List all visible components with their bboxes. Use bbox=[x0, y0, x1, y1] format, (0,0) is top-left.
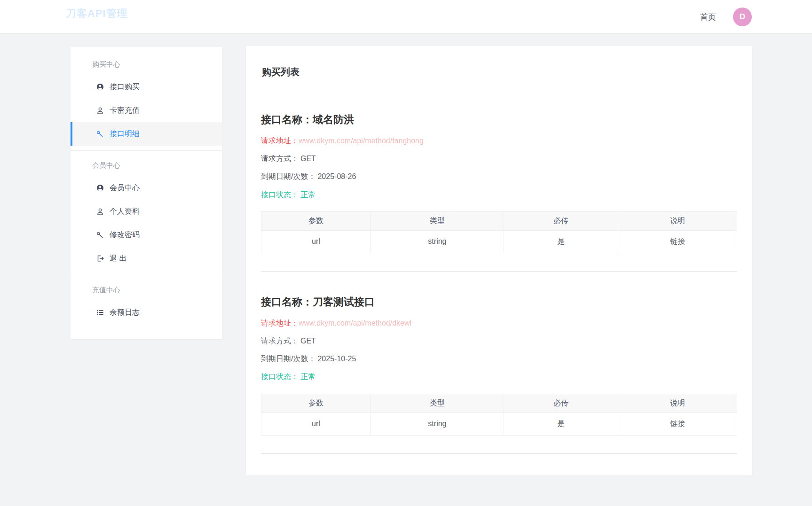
status-badge: 正常 bbox=[300, 373, 315, 381]
required-cell: 是 bbox=[504, 230, 618, 253]
required-cell: 是 bbox=[504, 413, 618, 435]
column-header: 说明 bbox=[618, 211, 737, 230]
api-name-label: 接口名称： bbox=[261, 114, 313, 125]
request-url-value: www.dkym.com/api/method/fanghong bbox=[299, 137, 424, 145]
sidebar-item-api-details[interactable]: 接口明细 bbox=[71, 122, 222, 146]
status-label: 接口状态： bbox=[261, 191, 299, 199]
request-url-value: www.dkym.com/api/method/dkewl bbox=[299, 319, 411, 327]
params-table: 参数 类型 必传 说明 url string 是 链接 bbox=[261, 211, 737, 253]
sidebar-group-purchase: 购买中心 接口购买 卡密充值 接口明细 bbox=[71, 50, 222, 150]
nav-home-link[interactable]: 首页 bbox=[700, 12, 716, 23]
expire-row: 到期日期/次数：2025-08-26 bbox=[261, 172, 737, 181]
sidebar-item-label: 接口明细 bbox=[110, 129, 140, 139]
sidebar-group-title: 会员中心 bbox=[71, 153, 222, 176]
sidebar-item-label: 修改密码 bbox=[110, 230, 140, 240]
expire-value: 2025-10-25 bbox=[317, 355, 356, 363]
table-row: url string 是 链接 bbox=[261, 230, 737, 253]
api-name-label: 接口名称： bbox=[261, 296, 313, 308]
column-header: 类型 bbox=[371, 211, 504, 230]
key-icon bbox=[96, 231, 104, 239]
status-row: 接口状态：正常 bbox=[261, 372, 737, 381]
sidebar-item-label: 接口购买 bbox=[110, 82, 140, 92]
sidebar-item-label: 个人资料 bbox=[110, 207, 140, 217]
purchase-list-panel: 购买列表 接口名称：域名防洪 请求地址：www.dkym.com/api/met… bbox=[246, 46, 752, 475]
type-cell: string bbox=[371, 413, 504, 435]
api-name-heading: 接口名称：域名防洪 bbox=[261, 113, 737, 127]
signout-icon bbox=[96, 254, 104, 263]
expire-label: 到期日期/次数： bbox=[261, 172, 315, 180]
sidebar-item-member-center[interactable]: 会员中心 bbox=[71, 176, 222, 200]
column-header: 类型 bbox=[371, 394, 504, 413]
user-icon bbox=[96, 106, 104, 115]
sidebar: 购买中心 接口购买 卡密充值 接口明细 会员中心 bbox=[71, 47, 222, 339]
api-name-value: 刀客测试接口 bbox=[313, 296, 375, 308]
sidebar-item-logout[interactable]: 退 出 bbox=[71, 247, 222, 270]
request-url-row: 请求地址：www.dkym.com/api/method/fanghong bbox=[261, 136, 737, 145]
user-circle-icon bbox=[96, 83, 104, 91]
request-method-row: 请求方式：GET bbox=[261, 336, 737, 345]
params-table: 参数 类型 必传 说明 url string 是 链接 bbox=[261, 394, 737, 436]
param-cell: url bbox=[261, 230, 371, 253]
request-method-label: 请求方式： bbox=[261, 337, 299, 345]
column-header: 参数 bbox=[261, 394, 371, 413]
sidebar-item-label: 会员中心 bbox=[110, 183, 140, 193]
request-url-label: 请求地址： bbox=[261, 319, 299, 327]
sidebar-item-balance-log[interactable]: 余额日志 bbox=[71, 301, 222, 324]
expire-row: 到期日期/次数：2025-10-25 bbox=[261, 354, 737, 363]
sidebar-item-label: 卡密充值 bbox=[110, 106, 140, 116]
table-header-row: 参数 类型 必传 说明 bbox=[261, 211, 737, 230]
header-right: 首页 D bbox=[700, 0, 752, 34]
sidebar-item-api-purchase[interactable]: 接口购买 bbox=[71, 75, 222, 99]
user-avatar[interactable]: D bbox=[733, 8, 752, 26]
sidebar-item-label: 退 出 bbox=[110, 254, 126, 264]
expire-value: 2025-08-26 bbox=[317, 172, 356, 180]
table-header-row: 参数 类型 必传 说明 bbox=[261, 394, 737, 413]
column-header: 参数 bbox=[261, 211, 371, 230]
api-name-heading: 接口名称：刀客测试接口 bbox=[261, 295, 737, 309]
sidebar-item-profile[interactable]: 个人资料 bbox=[71, 200, 222, 223]
sidebar-item-card-recharge[interactable]: 卡密充值 bbox=[71, 99, 222, 122]
sidebar-group-title: 充值中心 bbox=[71, 277, 222, 301]
page-title: 购买列表 bbox=[262, 66, 736, 78]
request-method-value: GET bbox=[300, 337, 316, 345]
column-header: 说明 bbox=[618, 394, 737, 413]
type-cell: string bbox=[371, 230, 504, 253]
request-method-label: 请求方式： bbox=[261, 155, 299, 163]
description-cell: 链接 bbox=[618, 413, 737, 435]
sidebar-group-member: 会员中心 会员中心 个人资料 修改密码 bbox=[71, 150, 222, 275]
sidebar-group-title: 购买中心 bbox=[71, 52, 222, 75]
sidebar-item-label: 余额日志 bbox=[110, 308, 140, 318]
api-name-value: 域名防洪 bbox=[313, 114, 354, 125]
api-card: 接口名称：刀客测试接口 请求地址：www.dkym.com/api/method… bbox=[261, 272, 737, 454]
app-logo[interactable]: 刀客API管理 bbox=[66, 7, 128, 21]
column-header: 必传 bbox=[504, 211, 618, 230]
key-icon bbox=[96, 130, 104, 138]
request-url-label: 请求地址： bbox=[261, 137, 299, 145]
request-method-value: GET bbox=[300, 155, 316, 163]
param-cell: url bbox=[261, 413, 371, 435]
user-circle-icon bbox=[96, 184, 104, 192]
description-cell: 链接 bbox=[618, 230, 737, 253]
top-header: 刀客API管理 首页 D bbox=[0, 0, 812, 34]
user-icon bbox=[96, 207, 104, 216]
request-url-row: 请求地址：www.dkym.com/api/method/dkewl bbox=[261, 319, 737, 327]
page: 刀客API管理 首页 D 购买中心 接口购买 卡密充值 bbox=[0, 0, 812, 506]
list-icon bbox=[96, 308, 104, 317]
table-row: url string 是 链接 bbox=[261, 413, 737, 435]
status-label: 接口状态： bbox=[261, 373, 299, 381]
sidebar-item-change-password[interactable]: 修改密码 bbox=[71, 223, 222, 247]
column-header: 必传 bbox=[504, 394, 618, 413]
expire-label: 到期日期/次数： bbox=[261, 355, 315, 363]
sidebar-group-recharge: 充值中心 余额日志 bbox=[71, 275, 222, 329]
request-method-row: 请求方式：GET bbox=[261, 154, 737, 163]
status-badge: 正常 bbox=[300, 191, 315, 199]
api-card: 接口名称：域名防洪 请求地址：www.dkym.com/api/method/f… bbox=[261, 89, 737, 272]
status-row: 接口状态：正常 bbox=[261, 190, 737, 199]
